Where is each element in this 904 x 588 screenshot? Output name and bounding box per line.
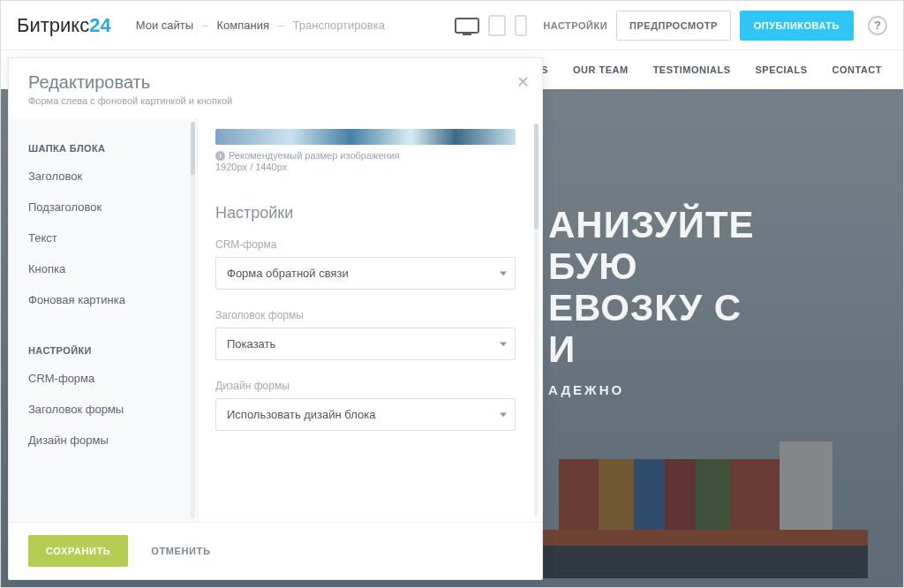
sidebar-item-text[interactable]: Текст xyxy=(9,222,197,253)
sidebar-item-button[interactable]: Кнопка xyxy=(9,253,197,284)
crumb-site[interactable]: Компания xyxy=(217,19,270,32)
field-form-design: Дизайн формы Использовать дизайн блока xyxy=(215,380,516,431)
logo-text-2: 24 xyxy=(89,14,110,36)
editor-sidebar: ШАПКА БЛОКА Заголовок Подзаголовок Текст… xyxy=(9,118,198,522)
crumb-sep: – xyxy=(278,19,284,32)
cancel-button[interactable]: ОТМЕНИТЬ xyxy=(151,546,210,556)
sidebar-item-heading[interactable]: Заголовок xyxy=(9,161,197,192)
hero-title-line: БУЮ xyxy=(548,245,850,287)
chevron-down-icon xyxy=(500,412,507,417)
settings-link[interactable]: НАСТРОЙКИ xyxy=(543,20,607,31)
crm-form-select[interactable]: Форма обратной связи xyxy=(215,257,516,290)
crumb-page: Транспортировка xyxy=(293,19,385,32)
select-value: Форма обратной связи xyxy=(215,257,516,290)
preview-button[interactable]: ПРЕДПРОСМОТР xyxy=(616,11,731,41)
logo[interactable]: Битрикс24 xyxy=(17,14,111,37)
editor-main: iРекомендуемый размер изображения 1920px… xyxy=(198,118,542,522)
sidebar-item-subheading[interactable]: Подзаголовок xyxy=(9,192,197,222)
field-form-title: Заголовок формы Показать xyxy=(215,309,516,360)
phone-icon[interactable] xyxy=(515,15,527,36)
hint-label: Рекомендуемый размер изображения xyxy=(229,150,400,161)
nav-item[interactable]: OUR TEAM xyxy=(573,64,629,75)
nav-item[interactable]: SPECIALS xyxy=(756,64,808,75)
editor-header: Редактировать Форма слева с фоновой карт… xyxy=(9,58,542,118)
sidebar-item-crm-form[interactable]: CRM-форма xyxy=(9,363,197,394)
publish-button[interactable]: ОПУБЛИКОВАТЬ xyxy=(740,11,854,41)
hero-title-line: ЕВОЗКУ С xyxy=(548,287,850,328)
hero-subtitle: АДЕЖНО xyxy=(548,382,850,397)
nav-item[interactable]: TESTIMONIALS xyxy=(653,64,731,75)
field-crm-form: CRM-форма Форма обратной связи xyxy=(215,238,516,290)
hero-title-line: АНИЗУЙТЕ xyxy=(548,204,850,245)
main-scrollbar-thumb[interactable] xyxy=(534,124,539,230)
hero-text: АНИЗУЙТЕ БУЮ ЕВОЗКУ С И АДЕЖНО xyxy=(548,204,850,397)
top-bar: Битрикс24 Мои сайты – Компания – Транспо… xyxy=(1,1,903,50)
desktop-icon[interactable] xyxy=(455,18,479,34)
save-button[interactable]: СОХРАНИТЬ xyxy=(28,535,128,567)
sidebar-item-form-title[interactable]: Заголовок формы xyxy=(9,394,197,425)
field-label: Заголовок формы xyxy=(215,309,516,321)
crumb-sep: – xyxy=(202,19,208,32)
editor-body: ШАПКА БЛОКА Заголовок Подзаголовок Текст… xyxy=(9,118,542,522)
logo-text-1: Битрикс xyxy=(17,14,89,36)
sidebar-item-bg-image[interactable]: Фоновая картинка xyxy=(9,284,197,315)
chevron-down-icon xyxy=(500,271,507,275)
sidebar-scrollbar-thumb[interactable] xyxy=(191,122,195,175)
image-hint: iРекомендуемый размер изображения 1920px… xyxy=(215,150,516,172)
help-icon[interactable]: ? xyxy=(868,16,887,35)
image-preview-strip[interactable] xyxy=(215,129,516,145)
select-value: Показать xyxy=(215,328,516,360)
editor-panel: Редактировать Форма слева с фоновой карт… xyxy=(8,57,543,580)
close-icon[interactable]: ✕ xyxy=(516,72,530,92)
top-right-group: НАСТРОЙКИ ПРЕДПРОСМОТР ОПУБЛИКОВАТЬ ? xyxy=(455,11,887,41)
sidebar-item-form-design[interactable]: Дизайн формы xyxy=(9,425,197,456)
editor-title: Редактировать xyxy=(28,72,523,93)
device-switcher xyxy=(455,15,527,36)
select-value: Использовать дизайн блока xyxy=(215,398,516,431)
editor-subtitle: Форма слева с фоновой картинкой и кнопко… xyxy=(28,95,523,106)
crumb-root[interactable]: Мои сайты xyxy=(136,19,193,32)
form-title-select[interactable]: Показать xyxy=(215,328,516,360)
field-label: CRM-форма xyxy=(215,238,516,251)
sidebar-group-settings: НАСТРОЙКИ xyxy=(9,336,197,363)
hint-size: 1920px / 1440px xyxy=(215,162,287,172)
editor-footer: СОХРАНИТЬ ОТМЕНИТЬ xyxy=(9,522,542,579)
sidebar-group-header: ШАПКА БЛОКА xyxy=(9,134,197,161)
sidebar-scrollbar-track xyxy=(191,122,195,518)
section-heading: Настройки xyxy=(215,204,516,222)
nav-item[interactable]: CONTACT xyxy=(832,64,882,75)
field-label: Дизайн формы xyxy=(215,380,516,392)
form-design-select[interactable]: Использовать дизайн блока xyxy=(215,398,516,431)
hero-title-line: И xyxy=(548,328,850,370)
chevron-down-icon xyxy=(500,342,507,346)
info-icon: i xyxy=(215,151,225,161)
breadcrumb: Мои сайты – Компания – Транспортировка xyxy=(136,19,385,32)
tablet-icon[interactable] xyxy=(488,15,506,36)
